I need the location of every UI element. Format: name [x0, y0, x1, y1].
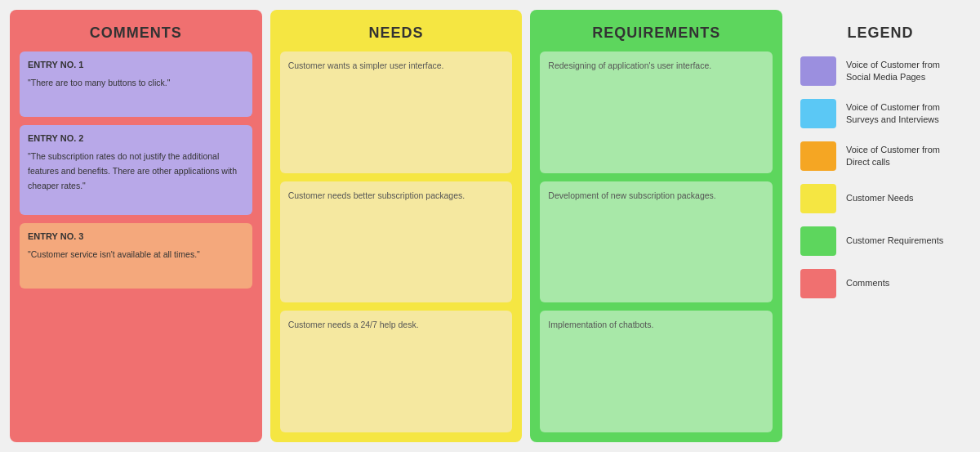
entry-label-1: ENTRY NO. 1	[28, 60, 244, 69]
entry-text-1: "There are too many buttons to click."	[28, 78, 170, 87]
legend-item-4: Customer Requirements	[800, 226, 960, 256]
entry-card-3: ENTRY NO. 3 "Customer service isn't avai…	[20, 223, 252, 289]
legend-label-1: Voice of Customer from Surveys and Inter…	[846, 101, 960, 127]
legend-swatch-1	[800, 99, 836, 128]
legend-item-2: Voice of Customer from Direct calls	[800, 141, 960, 171]
need-text-1: Customer wants a simpler user interface.	[288, 60, 444, 72]
req-card-2: Development of new subscription packages…	[540, 181, 773, 303]
comments-column: COMMENTS ENTRY NO. 1 "There are too many…	[10, 10, 262, 442]
req-cards: Redesigning of application's user interf…	[540, 51, 773, 432]
entry-text-2: "The subscription rates do not justify t…	[28, 151, 237, 190]
req-text-1: Redesigning of application's user interf…	[548, 60, 711, 72]
legend-swatch-5	[800, 269, 836, 298]
need-card-1: Customer wants a simpler user interface.	[280, 51, 513, 173]
legend-swatch-2	[800, 141, 836, 171]
req-text-2: Development of new subscription packages…	[548, 190, 715, 202]
legend-swatch-4	[800, 226, 836, 256]
legend-label-0: Voice of Customer from Social Media Page…	[846, 59, 960, 84]
requirements-column: REQUIREMENTS Redesigning of application'…	[530, 10, 782, 442]
requirements-title: REQUIREMENTS	[540, 18, 773, 51]
need-text-2: Customer needs better subscription packa…	[288, 190, 466, 202]
entry-text-3: "Customer service isn't available at all…	[28, 249, 200, 259]
entry-label-2: ENTRY NO. 2	[28, 133, 244, 143]
legend-item-5: Comments	[800, 269, 960, 298]
needs-column: NEEDS Customer wants a simpler user inte…	[270, 10, 523, 442]
legend-item-3: Customer Needs	[800, 184, 960, 213]
need-text-3: Customer needs a 24/7 help desk.	[288, 319, 419, 331]
entry-card-2: ENTRY NO. 2 "The subscription rates do n…	[20, 125, 252, 215]
legend-item-1: Voice of Customer from Surveys and Inter…	[800, 99, 960, 128]
entry-label-3: ENTRY NO. 3	[28, 231, 244, 241]
needs-title: NEEDS	[280, 18, 513, 51]
entry-card-1: ENTRY NO. 1 "There are too many buttons …	[20, 51, 252, 117]
legend-label-2: Voice of Customer from Direct calls	[846, 144, 960, 169]
legend-label-3: Customer Needs	[846, 192, 914, 204]
comments-cards: ENTRY NO. 1 "There are too many buttons …	[20, 51, 252, 432]
comments-title: COMMENTS	[20, 18, 252, 51]
needs-cards: Customer wants a simpler user interface.…	[280, 51, 513, 432]
legend-item-0: Voice of Customer from Social Media Page…	[800, 56, 960, 86]
legend-swatch-3	[800, 184, 836, 213]
req-card-1: Redesigning of application's user interf…	[540, 51, 773, 173]
legend-swatch-0	[800, 56, 836, 86]
req-text-3: Implementation of chatbots.	[548, 319, 653, 331]
legend-title: LEGEND	[800, 18, 960, 56]
legend-label-4: Customer Requirements	[846, 235, 943, 247]
req-card-3: Implementation of chatbots.	[540, 311, 773, 432]
legend-items: Voice of Customer from Social Media Page…	[800, 56, 960, 298]
need-card-3: Customer needs a 24/7 help desk.	[280, 311, 513, 432]
legend-label-5: Comments	[846, 277, 889, 289]
legend-column: LEGEND Voice of Customer from Social Med…	[791, 10, 970, 442]
need-card-2: Customer needs better subscription packa…	[280, 181, 513, 303]
